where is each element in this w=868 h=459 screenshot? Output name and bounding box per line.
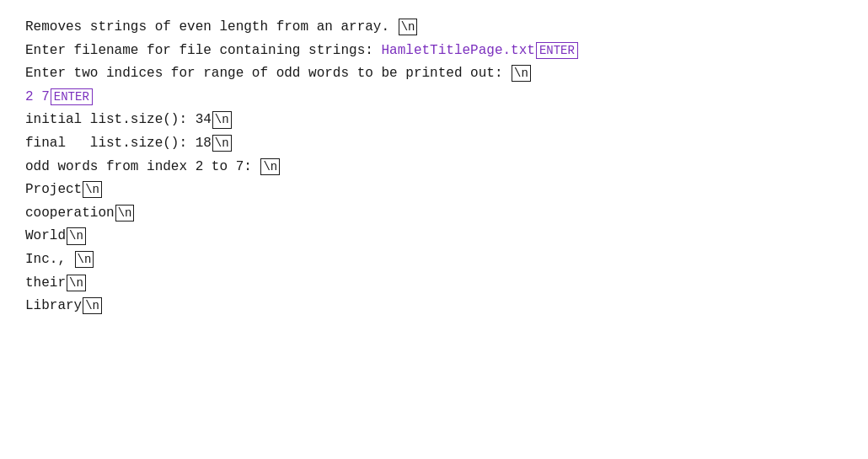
user-input-text: HamletTitlePage.txt (381, 40, 534, 62)
line-text: Project (25, 179, 82, 201)
newline-indicator: \n (75, 251, 94, 268)
newline-indicator: \n (67, 275, 86, 291)
newline-indicator: \n (212, 135, 232, 152)
newline-indicator: \n (212, 111, 232, 128)
output-line: Enter two indices for range of odd words… (25, 63, 843, 85)
enter-indicator: ENTER (51, 88, 93, 105)
newline-indicator: \n (512, 65, 531, 82)
output-line: Enter filename for file containing strin… (25, 40, 843, 62)
output-line: their\n (25, 273, 843, 295)
output-line: initial list.size(): 34\n (25, 109, 843, 131)
output-line: Inc., \n (25, 249, 843, 271)
output-line: Project\n (25, 179, 843, 201)
output-line: World\n (25, 226, 843, 248)
line-text: Library (25, 296, 82, 318)
line-text: initial list.size(): 34 (25, 109, 212, 131)
newline-indicator: \n (399, 19, 418, 35)
line-text: Enter filename for file containing strin… (25, 40, 381, 62)
line-text: Inc., (25, 249, 74, 271)
output-line: 2 7ENTER (25, 87, 843, 109)
newline-indicator: \n (260, 158, 280, 175)
output-line: final list.size(): 18\n (25, 133, 843, 155)
output-line: Library\n (25, 296, 843, 318)
newline-indicator: \n (115, 205, 135, 221)
line-text: Removes strings of even length from an a… (25, 17, 398, 39)
enter-indicator: ENTER (536, 42, 578, 59)
line-text: their (25, 273, 66, 295)
output-line: odd words from index 2 to 7: \n (25, 157, 843, 179)
newline-indicator: \n (67, 227, 86, 244)
line-text: final list.size(): 18 (25, 133, 212, 155)
line-text: Enter two indices for range of odd words… (25, 63, 511, 85)
output-line: Removes strings of even length from an a… (25, 17, 843, 39)
newline-indicator: \n (83, 297, 102, 314)
line-text: World (25, 226, 66, 248)
terminal-output: Removes strings of even length from an a… (25, 17, 843, 318)
line-text: odd words from index 2 to 7: (25, 157, 260, 179)
newline-indicator: \n (83, 181, 102, 198)
user-input-text: 2 7 (25, 87, 50, 109)
output-line: cooperation\n (25, 203, 843, 225)
line-text: cooperation (25, 203, 115, 225)
